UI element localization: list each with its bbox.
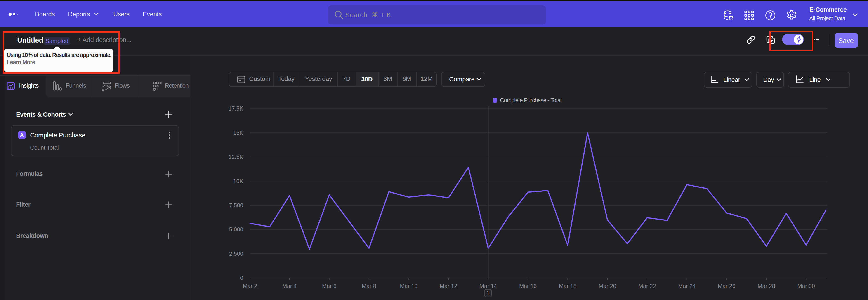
svg-text:Mar 26: Mar 26 bbox=[718, 283, 736, 289]
svg-text:5,000: 5,000 bbox=[229, 226, 243, 233]
svg-text:Mar 8: Mar 8 bbox=[362, 283, 376, 289]
svg-text:Mar 18: Mar 18 bbox=[559, 283, 577, 289]
svg-text:Mar 20: Mar 20 bbox=[598, 283, 616, 289]
svg-text:Mar 28: Mar 28 bbox=[757, 283, 775, 289]
svg-text:Mar 16: Mar 16 bbox=[519, 283, 537, 289]
svg-text:Mar 2: Mar 2 bbox=[243, 283, 257, 289]
svg-text:0: 0 bbox=[240, 275, 243, 281]
svg-text:10K: 10K bbox=[233, 178, 243, 184]
svg-text:1: 1 bbox=[487, 290, 489, 296]
svg-text:Mar 4: Mar 4 bbox=[282, 283, 297, 289]
svg-text:Mar 30: Mar 30 bbox=[797, 283, 815, 289]
svg-text:7,500: 7,500 bbox=[229, 202, 243, 208]
svg-text:12.5K: 12.5K bbox=[228, 154, 243, 160]
svg-text:2,500: 2,500 bbox=[229, 250, 243, 257]
svg-text:Mar 10: Mar 10 bbox=[400, 283, 417, 289]
svg-text:15K: 15K bbox=[233, 129, 243, 136]
svg-text:Mar 12: Mar 12 bbox=[440, 283, 457, 289]
svg-text:Mar 6: Mar 6 bbox=[322, 283, 337, 289]
svg-text:17.5K: 17.5K bbox=[228, 106, 243, 112]
svg-text:Mar 22: Mar 22 bbox=[638, 283, 656, 289]
svg-text:Mar 24: Mar 24 bbox=[678, 283, 696, 289]
svg-text:Mar 14: Mar 14 bbox=[479, 283, 497, 289]
